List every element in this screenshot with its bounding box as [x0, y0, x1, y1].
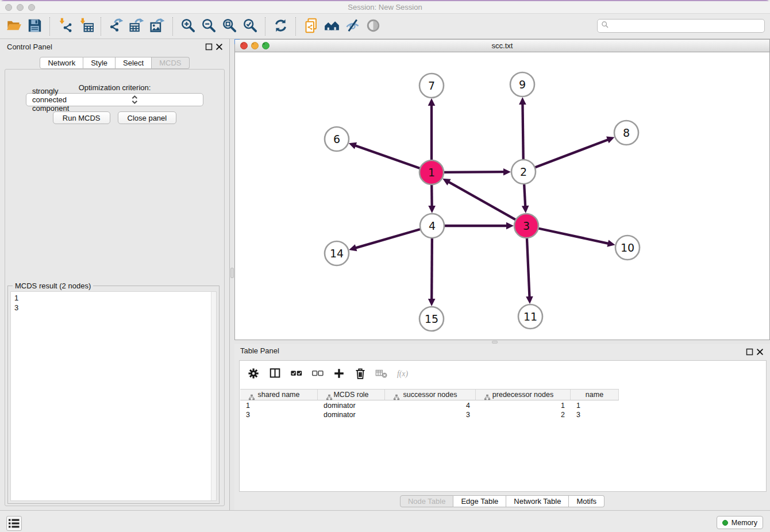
control-panel-float-button[interactable] — [205, 43, 213, 51]
graph-node-9[interactable]: 9 — [510, 72, 534, 97]
svg-text:9: 9 — [519, 78, 526, 91]
horizontal-splitter[interactable] — [234, 340, 770, 344]
save-session-button[interactable] — [24, 16, 45, 37]
run-mcds-button[interactable]: Run MCDS — [53, 111, 110, 124]
toggle-panel-split-button[interactable] — [267, 365, 284, 383]
table-panel-float-button[interactable] — [745, 348, 754, 356]
select-all-columns-button[interactable] — [288, 365, 305, 383]
column-header-successor-nodes[interactable]: successor nodes — [385, 390, 476, 400]
graph-edge-4-3[interactable] — [443, 222, 514, 230]
graph-edge-1-2[interactable] — [442, 168, 511, 176]
column-header-predecessor-nodes[interactable]: predecessor nodes — [476, 390, 571, 400]
graph-node-6[interactable]: 6 — [325, 127, 349, 151]
splitter-grip[interactable] — [230, 268, 234, 278]
hide-selected-button[interactable] — [342, 16, 363, 37]
tab-mcds[interactable]: MCDS — [152, 57, 189, 69]
table-cell[interactable]: 2 — [476, 410, 571, 419]
zoom-out-button[interactable] — [198, 16, 219, 37]
tab-style[interactable]: Style — [83, 57, 116, 69]
export-table-button[interactable] — [126, 16, 147, 37]
graph-edge-1-4[interactable] — [428, 183, 436, 213]
table-cell[interactable]: 3 — [571, 410, 619, 419]
table-cell[interactable]: 3 — [240, 410, 318, 419]
column-header-shared-name[interactable]: shared name — [240, 390, 318, 400]
graph-edge-3-10[interactable] — [537, 228, 615, 247]
table-cell[interactable]: 1 — [476, 401, 571, 410]
table-cell[interactable]: 3 — [385, 410, 476, 419]
table-cell[interactable]: 4 — [385, 401, 476, 410]
create-column-button[interactable] — [330, 365, 348, 383]
graph-edge-3-11[interactable] — [526, 237, 533, 304]
delete-columns-button[interactable] — [352, 365, 369, 383]
tab-node-table[interactable]: Node Table — [400, 495, 454, 507]
zoom-selected-button[interactable] — [240, 16, 260, 37]
export-network-button[interactable] — [106, 16, 126, 37]
show-all-button[interactable] — [363, 16, 383, 37]
graph-node-7[interactable]: 7 — [419, 74, 444, 98]
graph-node-10[interactable]: 10 — [615, 236, 640, 260]
graph-edge-3-1[interactable] — [442, 179, 517, 221]
optimization-criterion-select[interactable]: strongly connected component — [26, 93, 203, 106]
tab-motifs[interactable]: Motifs — [569, 495, 605, 507]
control-panel-close-button[interactable] — [215, 43, 224, 51]
close-panel-button[interactable]: Close panel — [118, 111, 177, 124]
graph-edge-2-9[interactable] — [519, 97, 526, 161]
graph-node-1[interactable]: 1 — [419, 160, 444, 184]
search-box[interactable] — [597, 19, 765, 33]
column-header-name[interactable]: name — [571, 390, 619, 400]
graph-edge-2-8[interactable] — [534, 137, 615, 168]
table-header-row: shared nameMCDS rolesuccessor nodesprede… — [240, 389, 619, 400]
graph-edge-4-15[interactable] — [428, 237, 436, 306]
export-image-button[interactable] — [147, 16, 168, 37]
zoom-fit-button[interactable] — [219, 16, 240, 37]
import-network-button[interactable] — [55, 16, 75, 37]
graph-edge-4-14[interactable] — [349, 229, 422, 251]
graph-node-14[interactable]: 14 — [325, 241, 349, 265]
tab-select[interactable]: Select — [116, 57, 152, 69]
table-cell[interactable]: dominator — [318, 410, 385, 419]
graph-node-4[interactable]: 4 — [420, 214, 444, 238]
graph-node-3[interactable]: 3 — [514, 214, 538, 238]
import-table-button[interactable] — [75, 16, 96, 37]
svg-text:6: 6 — [333, 133, 340, 145]
table-panel-close-button[interactable] — [756, 348, 764, 356]
table-panel: Table Panel f(x) shared nameMCDS rolesuc… — [234, 344, 770, 510]
splitter-grip[interactable] — [492, 341, 498, 344]
unselect-all-columns-button[interactable] — [309, 365, 326, 383]
mcds-result-textarea[interactable]: 1 3 — [10, 291, 217, 501]
table-row[interactable]: 3dominator323 — [240, 410, 765, 419]
graph-node-11[interactable]: 11 — [518, 304, 542, 329]
new-network-from-selection-button[interactable] — [301, 16, 321, 37]
hierarchy-icon — [322, 392, 329, 399]
graph-edge-2-3[interactable] — [522, 183, 529, 213]
task-history-button[interactable] — [6, 516, 22, 531]
column-header-MCDS-role[interactable]: MCDS role — [318, 390, 385, 400]
zoom-in-button[interactable] — [178, 16, 198, 37]
toolbar-separator — [295, 17, 296, 36]
graph-node-2[interactable]: 2 — [511, 160, 536, 184]
tab-edge-table[interactable]: Edge Table — [453, 495, 506, 507]
apply-layout-button[interactable] — [270, 16, 291, 37]
graph-edge-1-7[interactable] — [428, 98, 436, 161]
table-cell[interactable]: dominator — [318, 401, 385, 410]
network-view-window: scc.txt 7968124314101511 — [234, 39, 770, 340]
graph-node-15[interactable]: 15 — [419, 307, 444, 331]
table-cell[interactable]: 1 — [240, 401, 318, 410]
search-input[interactable] — [610, 20, 764, 32]
graph-node-8[interactable]: 8 — [614, 121, 638, 145]
memory-button[interactable]: Memory — [717, 516, 763, 529]
graph-edge-1-6[interactable] — [349, 142, 421, 169]
table-cell[interactable]: 1 — [571, 401, 619, 410]
tab-network-table[interactable]: Network Table — [506, 495, 569, 507]
neighborhood-button[interactable] — [321, 16, 342, 37]
application-window: Session: New Session Control Panel Netwo… — [0, 0, 770, 532]
network-canvas[interactable]: 7968124314101511 — [235, 52, 769, 340]
table-settings-button[interactable] — [245, 365, 263, 383]
import-table-icon — [78, 18, 94, 35]
vertical-splitter[interactable] — [230, 39, 234, 340]
result-scrollbar[interactable] — [211, 292, 216, 500]
open-session-button[interactable] — [3, 16, 24, 37]
tab-network[interactable]: Network — [40, 57, 83, 69]
table-row[interactable]: 1dominator411 — [240, 401, 765, 410]
delete-table-icon — [375, 367, 388, 381]
